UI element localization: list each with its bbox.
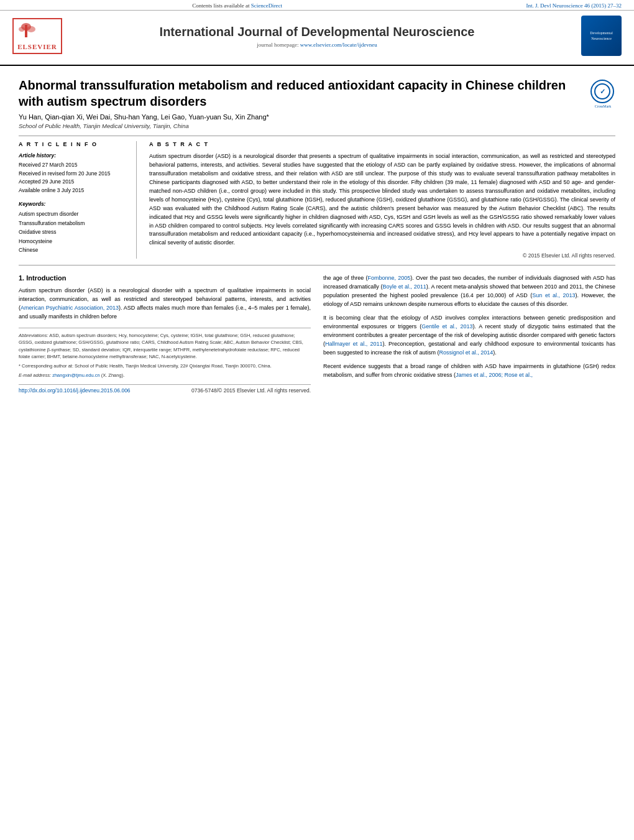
keyword-1: Autism spectrum disorder <box>19 210 127 218</box>
received-revised-date: Received in revised form 20 June 2015 <box>19 170 127 178</box>
section1-right-p1: the age of three (Fombonne, 2005). Over … <box>323 274 615 309</box>
article-title-section: Abnormal transsulfuration metabolism and… <box>19 77 615 109</box>
abstract-text: Autism spectrum disorder (ASD) is a neur… <box>149 152 615 247</box>
ref-gentile[interactable]: Gentile et al., 2013 <box>421 323 472 330</box>
received-date: Received 27 March 2015 <box>19 161 127 170</box>
journal-logo-img: Developmental Neuroscience <box>581 16 622 56</box>
svg-text:✓: ✓ <box>600 88 605 95</box>
keywords-label: Keywords: <box>19 201 127 207</box>
authors: Yu Han, Qian-qian Xi, Wei Dai, Shu-han Y… <box>19 113 615 121</box>
svg-point-3 <box>19 27 25 32</box>
body-section: 1. Introduction Autism spectrum disorder… <box>19 265 615 393</box>
email-link[interactable]: zhangxin@tjmu.edu.cn <box>52 372 99 378</box>
available-date: Available online 3 July 2015 <box>19 187 127 195</box>
top-bar: Contents lists available at ScienceDirec… <box>0 0 634 11</box>
article-history-label: Article history: <box>19 152 127 159</box>
keyword-5: Chinese <box>19 246 127 254</box>
article-info-abstract-section: A R T I C L E I N F O Article history: R… <box>19 141 615 259</box>
copyright-line: © 2015 Elsevier Ltd. All rights reserved… <box>149 252 615 259</box>
article-dates: Received 27 March 2015 Received in revis… <box>19 161 127 195</box>
article-info-heading: A R T I C L E I N F O <box>19 141 127 147</box>
elsevier-tree-icon <box>19 22 56 40</box>
page: Contents lists available at ScienceDirec… <box>0 0 634 840</box>
sciencedirect-label: Contents lists available at <box>192 2 249 9</box>
abstract-heading: A B S T R A C T <box>149 141 615 147</box>
sciencedirect-link[interactable]: ScienceDirect <box>251 2 282 9</box>
journal-title-center: International Journal of Developmental N… <box>62 24 572 48</box>
ref-hallmayer[interactable]: Hallmayer et al., 2011 <box>325 341 382 347</box>
keywords-list: Autism spectrum disorder Transsulfuratio… <box>19 210 127 254</box>
affiliation: School of Public Health, Tianjin Medical… <box>19 122 615 129</box>
header-content: ELSEVIER International Journal of Develo… <box>0 11 634 61</box>
ref-fombonne[interactable]: Fombonne, 2005 <box>367 275 410 281</box>
section1-intro-text: Autism spectrum disorder (ASD) is a neur… <box>19 287 311 321</box>
crossmark-label: CrossMark <box>590 104 615 108</box>
journal-homepage-link[interactable]: www.elsevier.com/locate/ijdevneu <box>300 42 377 48</box>
body-two-col: 1. Introduction Autism spectrum disorder… <box>19 274 615 393</box>
ref-rossignol[interactable]: Rossignol et al., 2014 <box>439 349 494 356</box>
ref-james[interactable]: James et al., 2006; Rose et al., <box>456 372 533 378</box>
accepted-date: Accepted 29 June 2015 <box>19 178 127 187</box>
ref-boyle[interactable]: Boyle et al., 2011 <box>383 284 426 290</box>
journal-title: International Journal of Developmental N… <box>62 24 572 39</box>
crossmark-icon[interactable]: ✓ <box>590 80 614 103</box>
doi-link[interactable]: http://dx.doi.org/10.1016/j.ijdevneu.201… <box>19 387 131 394</box>
article-area: Abnormal transsulfuration metabolism and… <box>0 66 634 400</box>
divider <box>19 136 615 136</box>
crossmark-svg: ✓ <box>594 83 611 100</box>
journal-header: Contents lists available at ScienceDirec… <box>0 0 634 66</box>
ref-apa[interactable]: American Psychiatric Association, 2013 <box>21 305 119 311</box>
section1-right-p3: Recent evidence suggests that a broad ra… <box>323 362 615 380</box>
section1-title: 1. Introduction <box>19 274 311 282</box>
ref-sun[interactable]: Sun et al., 2013 <box>532 292 575 298</box>
body-left-col: 1. Introduction Autism spectrum disorder… <box>19 274 311 393</box>
section1-right-p2: It is becoming clear that the etiology o… <box>323 314 615 358</box>
elsevier-logo: ELSEVIER <box>12 18 62 54</box>
email-footnote: E-mail address: zhangxin@tjmu.edu.cn (X.… <box>19 372 311 379</box>
keyword-2: Transsulfuration metabolism <box>19 219 127 228</box>
corresponding-footnote: * Corresponding author at: School of Pub… <box>19 362 311 369</box>
article-title: Abnormal transsulfuration metabolism and… <box>19 77 584 109</box>
abbreviations-footnote: Abbreviations: ASD, autism spectrum diso… <box>19 332 311 360</box>
footnote-section: Abbreviations: ASD, autism spectrum diso… <box>19 328 311 379</box>
journal-ref: Int. J. Devl Neuroscience 46 (2015) 27–3… <box>526 2 622 9</box>
article-info-column: A R T I C L E I N F O Article history: R… <box>19 141 137 259</box>
keyword-4: Homocysteine <box>19 237 127 246</box>
abstract-column: A B S T R A C T Autism spectrum disorder… <box>149 141 615 259</box>
keyword-3: Oxidative stress <box>19 228 127 236</box>
elsevier-logo-box: ELSEVIER <box>12 18 62 54</box>
crossmark-area: ✓ CrossMark <box>590 80 615 108</box>
journal-logo-right: Developmental Neuroscience <box>572 16 622 56</box>
body-right-col: the age of three (Fombonne, 2005). Over … <box>323 274 615 393</box>
bottom-bar: http://dx.doi.org/10.1016/j.ijdevneu.201… <box>19 384 311 394</box>
journal-homepage: journal homepage: www.elsevier.com/locat… <box>62 42 572 48</box>
elsevier-text: ELSEVIER <box>17 43 57 50</box>
svg-point-2 <box>27 26 35 32</box>
issn-text: 0736-5748/© 2015 Elsevier Ltd. All right… <box>191 387 311 394</box>
